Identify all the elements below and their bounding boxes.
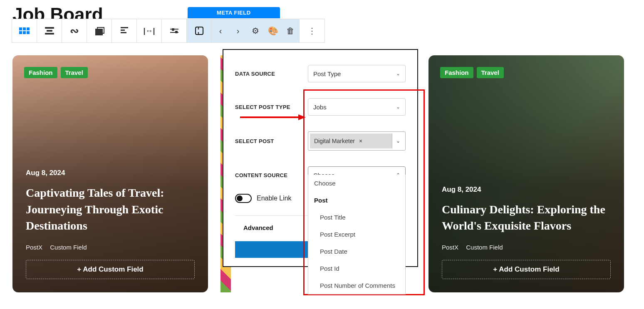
chevron-right-icon: ›: [237, 26, 240, 36]
card-title: Captivating Tales of Travel: Journeying …: [26, 185, 195, 234]
dropdown-option-post-title[interactable]: Post Title: [308, 209, 405, 226]
prev-button[interactable]: ‹: [212, 19, 229, 42]
chevron-down-icon: ⌄: [396, 71, 400, 77]
lines-icon: [45, 27, 54, 35]
delete-button[interactable]: 🗑: [282, 19, 299, 42]
card-tags: Fashion Travel: [24, 67, 88, 78]
select-post-type-value: Jobs: [313, 104, 327, 111]
data-source-label: DATA SOURCE: [235, 71, 275, 77]
select-post-type-select[interactable]: Jobs ⌄: [308, 98, 406, 116]
list-view-button[interactable]: [37, 19, 62, 42]
add-custom-field-button[interactable]: + Add Custom Field: [26, 260, 195, 279]
enable-link-label: Enable Link: [257, 195, 292, 202]
chevron-down-icon: ⌄: [396, 104, 400, 110]
loop-button[interactable]: ∾: [62, 19, 87, 42]
content-source-dropdown: Choose Post Post Title Post Excerpt Post…: [308, 175, 406, 294]
card-date: Aug 8, 2024: [442, 185, 611, 194]
card-meta-field: Custom Field: [466, 244, 503, 251]
dropdown-option-post-id[interactable]: Post Id: [308, 260, 405, 277]
layers-button[interactable]: [87, 19, 112, 42]
settings-button[interactable]: ⚙: [247, 19, 264, 42]
dropdown-option-post-excerpt[interactable]: Post Excerpt: [308, 226, 405, 243]
card-tags: Fashion Travel: [440, 67, 504, 78]
arrow-annotation: [240, 113, 307, 121]
style-button[interactable]: 🎨: [264, 19, 282, 42]
remove-chip-icon[interactable]: ×: [359, 138, 362, 144]
card-meta-field: Custom Field: [50, 244, 87, 251]
settings-sliders-button[interactable]: [162, 19, 187, 42]
spacing-icon: [195, 27, 203, 35]
palette-icon: 🎨: [268, 26, 278, 36]
card-date: Aug 8, 2024: [26, 169, 195, 177]
chevron-left-icon: ‹: [219, 26, 222, 36]
meta-field-tab: META FIELD: [188, 7, 280, 18]
data-source-select[interactable]: Post Type ⌄: [308, 65, 406, 82]
settings-panel: DATA SOURCE Post Type ⌄ SELECT POST TYPE…: [223, 49, 418, 267]
post-card[interactable]: Fashion Travel Aug 8, 2024 Captivating T…: [12, 55, 208, 292]
dropdown-group-post: Post: [308, 192, 405, 209]
card-title: Culinary Delights: Exploring the World's…: [442, 201, 611, 234]
content-source-label: CONTENT SOURCE: [235, 172, 287, 178]
select-post-label: SELECT POST: [235, 138, 274, 144]
select-post-multiselect[interactable]: Digital Marketer × ⌄: [308, 131, 406, 151]
svg-marker-1: [298, 114, 306, 120]
select-post-type-label: SELECT POST TYPE: [235, 104, 290, 110]
tag-travel[interactable]: Travel: [61, 67, 88, 78]
align-left-icon: [121, 27, 128, 35]
selected-post-value: Digital Marketer: [314, 138, 355, 144]
dropdown-option-post-date[interactable]: Post Date: [308, 243, 405, 260]
width-button[interactable]: |↔|: [137, 19, 162, 42]
selected-post-chip[interactable]: Digital Marketer ×: [310, 133, 392, 148]
dropdown-option-post-comments[interactable]: Post Number of Comments: [308, 277, 405, 294]
more-button[interactable]: ⋮: [300, 19, 324, 42]
card-meta: PostX Custom Field: [26, 244, 195, 251]
tag-travel[interactable]: Travel: [477, 67, 504, 78]
card-meta: PostX Custom Field: [442, 244, 611, 251]
grid-icon: [19, 27, 30, 34]
full-width-icon: |↔|: [143, 27, 155, 35]
tag-fashion[interactable]: Fashion: [24, 67, 57, 78]
layers-icon: [95, 27, 104, 35]
chevron-down-icon: ⌄: [396, 138, 400, 144]
spacing-button[interactable]: [187, 19, 212, 42]
dropdown-option-choose[interactable]: Choose: [308, 175, 405, 192]
card-meta-author: PostX: [26, 244, 42, 251]
block-toolbar: ∾ |↔| ‹ › ⚙ 🎨 🗑 ⋮: [12, 19, 325, 43]
tag-fashion[interactable]: Fashion: [440, 67, 473, 78]
align-button[interactable]: [112, 19, 137, 42]
enable-link-toggle[interactable]: [235, 194, 252, 203]
add-custom-field-button[interactable]: + Add Custom Field: [442, 260, 611, 279]
card-meta-author: PostX: [442, 244, 458, 251]
post-card[interactable]: Fashion Travel Aug 8, 2024 Culinary Deli…: [429, 55, 624, 292]
multiselect-toggle[interactable]: ⌄: [392, 133, 404, 148]
next-button[interactable]: ›: [229, 19, 247, 42]
infinity-icon: ∾: [70, 25, 79, 37]
trash-icon: 🗑: [286, 26, 295, 36]
more-icon: ⋮: [308, 26, 316, 36]
grid-view-button[interactable]: [12, 19, 37, 42]
data-source-value: Post Type: [313, 70, 341, 77]
gear-icon: ⚙: [252, 26, 259, 36]
